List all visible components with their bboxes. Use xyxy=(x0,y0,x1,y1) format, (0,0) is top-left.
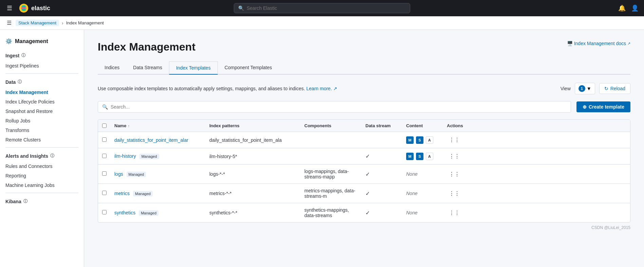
hamburger-button[interactable]: ☰ xyxy=(5,3,14,13)
row-content: M S A xyxy=(402,153,443,160)
row-content: None xyxy=(402,171,443,177)
reload-button[interactable]: ↻ Reload xyxy=(599,83,630,94)
select-all-checkbox[interactable] xyxy=(102,123,107,128)
create-template-button[interactable]: ⊕ Create template xyxy=(576,101,630,112)
actions-button[interactable]: ⋮⋮ xyxy=(447,170,462,178)
badge-s: S xyxy=(416,153,423,160)
notifications-button[interactable]: 🔔 xyxy=(618,4,626,12)
row-name[interactable]: metrics Managed xyxy=(110,191,205,196)
actions-button[interactable]: ⋮⋮ xyxy=(447,209,462,217)
sidebar-toggle-button[interactable]: ☰ xyxy=(5,18,13,27)
sidebar-divider-2 xyxy=(5,147,78,148)
docs-icon: 🖥️ xyxy=(567,41,573,46)
elastic-logo-text: elastic xyxy=(31,5,50,12)
managed-badge: Managed xyxy=(127,172,146,177)
description-text: Use composable index templates to automa… xyxy=(98,86,337,91)
row-checkbox xyxy=(98,210,110,215)
sidebar-item-ml-jobs[interactable]: Machine Learning Jobs xyxy=(0,180,84,190)
alerts-info-icon: ⓘ xyxy=(50,153,54,159)
row-select-checkbox[interactable] xyxy=(102,154,107,158)
sidebar-item-index-lifecycle[interactable]: Index Lifecycle Policies xyxy=(0,97,84,107)
header-components: Components xyxy=(300,123,361,128)
sidebar-item-rollup-jobs[interactable]: Rollup Jobs xyxy=(0,116,84,126)
tab-component-templates[interactable]: Component Templates xyxy=(218,61,279,75)
row-name[interactable]: logs Managed xyxy=(110,171,205,177)
view-button[interactable]: 1 ▼ xyxy=(575,83,595,94)
row-components: logs-mappings, data-streams-mapp xyxy=(300,169,361,179)
view-count-badge: 1 xyxy=(579,85,585,92)
tab-data-streams[interactable]: Data Streams xyxy=(126,61,169,75)
actions-button[interactable]: ⋮⋮ xyxy=(447,136,462,144)
page-header: Index Management 🖥️ Index Management doc… xyxy=(98,41,630,53)
row-content: M S A xyxy=(402,136,443,144)
row-name[interactable]: synthetics Managed xyxy=(110,210,205,216)
header-checkbox xyxy=(98,123,110,128)
breadcrumb-stack-management[interactable]: Stack Management xyxy=(16,20,59,26)
row-select-checkbox[interactable] xyxy=(102,137,107,142)
row-select-checkbox[interactable] xyxy=(102,191,107,195)
header-content: Content xyxy=(402,123,443,128)
global-search-bar[interactable]: 🔍 xyxy=(234,3,410,13)
header-actions: Actions xyxy=(443,123,470,128)
learn-more-link[interactable]: Learn more. ↗ xyxy=(306,86,337,91)
external-link-icon: ↗ xyxy=(627,41,630,46)
breadcrumb-current: Index Management xyxy=(66,20,104,25)
nav-icons: 🔔 👤 xyxy=(618,4,639,12)
top-nav: ☰ elastic 🔍 🔔 👤 xyxy=(0,0,644,16)
sidebar-item-rules-connectors[interactable]: Rules and Connectors xyxy=(0,161,84,171)
actions-button[interactable]: ⋮⋮ xyxy=(447,190,462,197)
row-actions: ⋮⋮ xyxy=(443,190,470,197)
row-index-patterns: daily_statistics_for_point_item_ala xyxy=(205,137,300,143)
row-checkbox xyxy=(98,171,110,177)
sidebar-item-ingest-pipelines[interactable]: Ingest Pipelines xyxy=(0,61,84,71)
row-name[interactable]: ilm-history Managed xyxy=(110,153,205,159)
managed-badge: Managed xyxy=(139,210,158,216)
row-select-checkbox[interactable] xyxy=(102,210,107,214)
search-input[interactable] xyxy=(111,104,567,110)
main-layout: ⚙️ Management Ingest ⓘ Ingest Pipelines … xyxy=(0,30,644,267)
sidebar-section-ingest: Ingest ⓘ xyxy=(0,50,84,61)
tabs: Indices Data Streams Index Templates Com… xyxy=(98,61,630,75)
header-name: Name ↑ xyxy=(110,123,205,128)
managed-badge: Managed xyxy=(133,191,153,196)
table-row: ilm-history Managed ilm-history-5* ✓ M S… xyxy=(98,148,630,165)
row-actions: ⋮⋮ xyxy=(443,209,470,217)
page-title: Index Management xyxy=(98,41,195,53)
header-data-stream: Data stream xyxy=(361,123,402,128)
check-icon: ✓ xyxy=(365,153,370,159)
header-index-patterns: Index patterns xyxy=(205,123,300,128)
search-icon: 🔍 xyxy=(238,5,244,11)
table-row: metrics Managed metrics-*-* metrics-mapp… xyxy=(98,184,630,203)
user-menu-button[interactable]: 👤 xyxy=(631,4,639,12)
tab-index-templates[interactable]: Index Templates xyxy=(169,61,218,75)
row-components: synthetics-mappings, data-streams xyxy=(300,207,361,218)
svg-point-3 xyxy=(21,8,26,11)
search-and-create: 🔍 ⊕ Create template xyxy=(98,101,630,113)
sidebar-item-reporting[interactable]: Reporting xyxy=(0,171,84,180)
actions-button[interactable]: ⋮⋮ xyxy=(447,152,462,160)
sidebar-section-data: Data ⓘ xyxy=(0,76,84,88)
sidebar-item-remote-clusters[interactable]: Remote Clusters xyxy=(0,135,84,145)
row-data-stream: ✓ xyxy=(361,171,402,177)
row-name[interactable]: daily_statistics_for_point_item_alar xyxy=(110,137,205,143)
sidebar-divider-1 xyxy=(5,73,78,74)
row-content: None xyxy=(402,191,443,196)
sidebar-item-transforms[interactable]: Transforms xyxy=(0,126,84,135)
badge-s: S xyxy=(416,136,423,144)
ingest-info-icon: ⓘ xyxy=(21,53,25,58)
row-select-checkbox[interactable] xyxy=(102,171,107,176)
elastic-logo: elastic xyxy=(19,3,50,13)
sort-name-icon[interactable]: ↑ xyxy=(128,124,130,128)
chevron-down-icon: ▼ xyxy=(587,86,591,91)
sidebar-item-snapshot-restore[interactable]: Snapshot and Restore xyxy=(0,107,84,116)
docs-link[interactable]: 🖥️ Index Management docs ↗ xyxy=(567,41,630,46)
main-content: Index Management 🖥️ Index Management doc… xyxy=(84,30,644,267)
tab-indices[interactable]: Indices xyxy=(98,61,126,75)
badge-a: A xyxy=(426,136,433,144)
sidebar-item-index-management[interactable]: Index Management xyxy=(0,88,84,97)
search-input-wrap[interactable]: 🔍 xyxy=(98,101,571,113)
check-icon: ✓ xyxy=(365,191,370,196)
row-actions: ⋮⋮ xyxy=(443,136,470,144)
breadcrumb-bar: ☰ Stack Management › Index Management xyxy=(0,16,644,30)
global-search-input[interactable] xyxy=(247,5,406,11)
